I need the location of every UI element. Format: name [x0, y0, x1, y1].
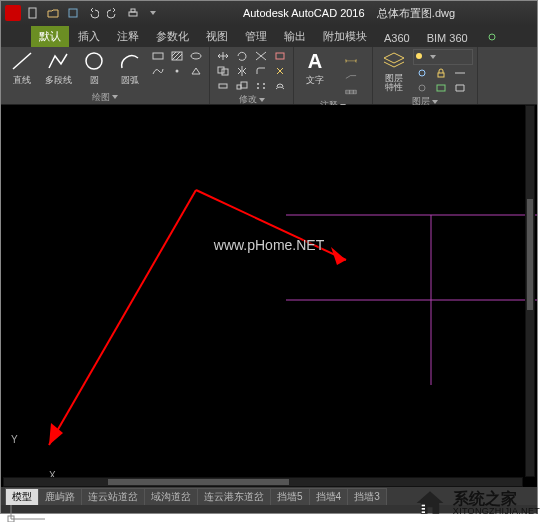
tab-manage[interactable]: 管理: [237, 26, 275, 47]
tab-a360[interactable]: A360: [376, 29, 418, 47]
fillet-icon[interactable]: [252, 64, 270, 78]
line-button[interactable]: 直线: [5, 49, 39, 87]
text-button[interactable]: A 文字: [298, 49, 332, 87]
svg-line-5: [13, 53, 31, 69]
polyline-button[interactable]: 多段线: [41, 49, 75, 87]
tab-view[interactable]: 视图: [198, 26, 236, 47]
qat-dropdown-icon[interactable]: [144, 4, 162, 22]
ribbon-tab-strip: 默认 插入 注释 参数化 视图 管理 输出 附加模块 A360 BIM 360: [1, 25, 537, 47]
save-icon[interactable]: [64, 4, 82, 22]
svg-point-22: [416, 53, 422, 59]
svg-rect-16: [241, 82, 247, 88]
open-icon[interactable]: [44, 4, 62, 22]
ellipse-icon[interactable]: [187, 49, 205, 63]
undo-icon[interactable]: [84, 4, 102, 22]
layout-tab[interactable]: 挡墙3: [347, 488, 387, 505]
layer-dropdown[interactable]: [413, 49, 473, 65]
explode-icon[interactable]: [271, 64, 289, 78]
tab-featured[interactable]: [477, 29, 507, 47]
layout-tab[interactable]: 挡墙4: [309, 488, 349, 505]
copy-icon[interactable]: [214, 64, 232, 78]
scrollbar-thumb[interactable]: [108, 479, 289, 485]
svg-rect-13: [222, 69, 228, 75]
text-icon: A: [301, 49, 329, 73]
trim-icon[interactable]: [252, 49, 270, 63]
tab-annotate[interactable]: 注释: [109, 26, 147, 47]
tab-output[interactable]: 输出: [276, 26, 314, 47]
watermark-text: www.pHome.NET: [214, 237, 324, 253]
panel-draw-label[interactable]: 绘图: [5, 90, 205, 104]
svg-point-20: [263, 87, 265, 89]
region-icon[interactable]: [187, 64, 205, 78]
stretch-icon[interactable]: [214, 79, 232, 93]
svg-rect-26: [437, 85, 445, 91]
move-icon[interactable]: [214, 49, 232, 63]
rectangle-icon[interactable]: [149, 49, 167, 63]
circle-icon: [80, 49, 108, 73]
tab-bim360[interactable]: BIM 360: [419, 29, 476, 47]
draw-small-tools: [149, 49, 205, 78]
tab-addins[interactable]: 附加模块: [315, 26, 375, 47]
svg-marker-31: [331, 247, 346, 265]
svg-line-32: [49, 190, 196, 445]
circle-button[interactable]: 圆: [77, 49, 111, 87]
layout-tab[interactable]: 连云站道岔: [81, 488, 145, 505]
house-icon: [413, 488, 447, 518]
tab-default[interactable]: 默认: [31, 26, 69, 47]
svg-point-23: [419, 70, 425, 76]
array-icon[interactable]: [252, 79, 270, 93]
offset-icon[interactable]: [271, 79, 289, 93]
table-icon[interactable]: [334, 85, 368, 99]
horizontal-scrollbar[interactable]: [3, 477, 523, 487]
redo-icon[interactable]: [104, 4, 122, 22]
tab-parametric[interactable]: 参数化: [148, 26, 197, 47]
vertical-scrollbar[interactable]: [525, 105, 535, 477]
brand-name: 系统之家: [453, 491, 540, 507]
arc-button[interactable]: 圆弧: [113, 49, 147, 87]
new-icon[interactable]: [24, 4, 42, 22]
layer-match-icon[interactable]: [451, 66, 469, 80]
layout-tab-model[interactable]: 模型: [5, 488, 39, 505]
svg-rect-15: [237, 85, 241, 89]
panel-layers: 图层 特性: [373, 47, 478, 104]
layer-isolate-icon[interactable]: [432, 81, 450, 95]
layout-tab[interactable]: 挡墙5: [270, 488, 310, 505]
panel-modify: 修改: [210, 47, 294, 104]
spline-icon[interactable]: [149, 64, 167, 78]
layer-tools: [413, 49, 473, 95]
svg-rect-12: [218, 67, 224, 73]
scrollbar-thumb[interactable]: [527, 199, 533, 310]
drawing-canvas[interactable]: www.pHome.NET Y X 模型 鹿屿路 连云站道岔 域沟道岔 连云港东…: [1, 105, 537, 505]
brand-url: XITONGZHIJIA.NET: [453, 507, 540, 516]
scale-icon[interactable]: [233, 79, 251, 93]
layer-freeze-icon[interactable]: [413, 66, 431, 80]
svg-point-19: [257, 87, 259, 89]
point-icon[interactable]: [168, 64, 186, 78]
hatch-icon[interactable]: [168, 49, 186, 63]
svg-rect-39: [422, 511, 425, 513]
layer-lock-icon[interactable]: [432, 66, 450, 80]
panel-draw: 直线 多段线 圆 圆弧: [1, 47, 210, 104]
svg-point-10: [176, 70, 179, 73]
mirror-icon[interactable]: [233, 64, 251, 78]
svg-rect-14: [219, 84, 227, 88]
svg-rect-0: [29, 8, 36, 18]
layers-icon: [380, 49, 408, 73]
layer-properties-button[interactable]: 图层 特性: [377, 49, 411, 92]
tab-insert[interactable]: 插入: [70, 26, 108, 47]
layout-tab[interactable]: 域沟道岔: [144, 488, 198, 505]
svg-rect-3: [131, 9, 135, 12]
layout-tab[interactable]: 鹿屿路: [38, 488, 82, 505]
layout-tab[interactable]: 连云港东道岔: [197, 488, 271, 505]
brand-watermark: 系统之家 XITONGZHIJIA.NET: [413, 488, 540, 518]
rotate-icon[interactable]: [233, 49, 251, 63]
erase-icon[interactable]: [271, 49, 289, 63]
svg-point-9: [191, 53, 201, 59]
layer-off-icon[interactable]: [413, 81, 431, 95]
dimension-linear-icon[interactable]: [334, 49, 368, 69]
app-icon[interactable]: [5, 5, 21, 21]
leader-icon[interactable]: [334, 70, 368, 84]
layer-state-icon[interactable]: [451, 81, 469, 95]
polyline-icon: [44, 49, 72, 73]
print-icon[interactable]: [124, 4, 142, 22]
